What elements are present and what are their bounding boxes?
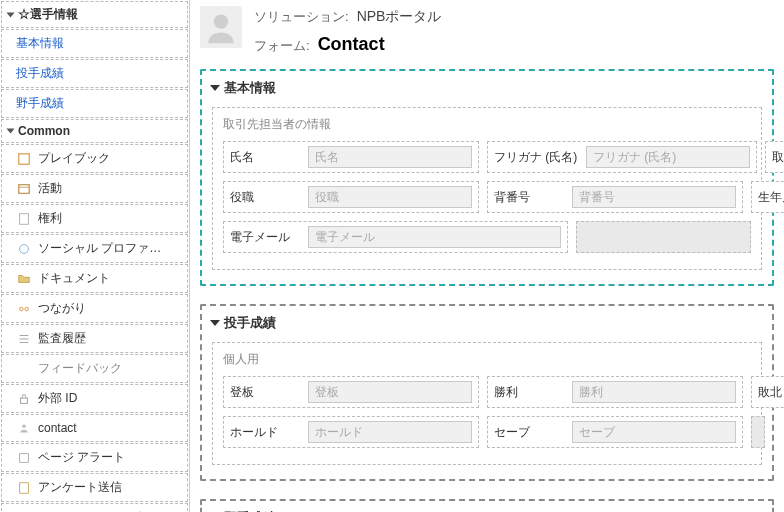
input-email[interactable]	[308, 226, 561, 248]
svg-point-11	[22, 425, 26, 429]
svg-point-5	[20, 307, 24, 311]
svg-point-17	[214, 14, 228, 28]
field-holds: ホールド	[223, 416, 479, 448]
alert-icon	[16, 450, 32, 466]
svg-rect-12	[20, 453, 29, 462]
field-number: 背番号	[487, 181, 743, 213]
activity-icon	[16, 181, 32, 197]
lock-icon	[16, 391, 32, 407]
sidebar-item-page-alert[interactable]: ページ アラート	[1, 443, 188, 472]
section-header[interactable]: 投手成績	[212, 314, 762, 332]
input-holds[interactable]	[308, 421, 472, 443]
sidebar-item-external-id[interactable]: 外部 ID	[1, 384, 188, 413]
sidebar-item-basic[interactable]: 基本情報	[1, 29, 188, 58]
sidebar-item-web-file-log[interactable]: Web ファイル ログ	[1, 503, 188, 512]
document-icon	[16, 211, 32, 227]
svg-rect-10	[21, 398, 28, 403]
chevron-down-icon	[210, 320, 220, 326]
field-blank	[576, 221, 751, 253]
sidebar: ☆選手情報 基本情報 投手成績 野手成績 Common プレイブック 活動 権利…	[0, 0, 190, 512]
person-icon	[203, 9, 239, 45]
sub-box-contact: 取引先担当者の情報 氏名 フリガナ (氏名) 取引先企業名 役職 背番号 生年月…	[212, 107, 762, 270]
sidebar-item-batting[interactable]: 野手成績	[1, 89, 188, 118]
group-label: Common	[18, 124, 70, 138]
svg-point-6	[25, 307, 29, 311]
sidebar-item-survey[interactable]: アンケート送信	[1, 473, 188, 502]
field-email: 電子メール	[223, 221, 568, 253]
group-common[interactable]: Common	[1, 119, 188, 143]
field-blank	[751, 416, 765, 448]
form-label: フォーム:	[254, 37, 310, 55]
svg-rect-3	[20, 213, 29, 224]
feedback-icon	[16, 361, 32, 377]
chevron-down-icon	[7, 12, 15, 17]
input-number[interactable]	[572, 186, 736, 208]
social-icon	[16, 241, 32, 257]
section-basic-info[interactable]: 基本情報 取引先担当者の情報 氏名 フリガナ (氏名) 取引先企業名 役職 背番…	[200, 69, 774, 286]
field-name: 氏名	[223, 141, 479, 173]
input-wins[interactable]	[572, 381, 736, 403]
chevron-down-icon	[7, 129, 15, 134]
sidebar-item-activity[interactable]: 活動	[1, 174, 188, 203]
group-player-info[interactable]: ☆選手情報	[1, 1, 188, 28]
link-icon	[16, 301, 32, 317]
form-header: ソリューション: NPBポータル フォーム: Contact	[200, 0, 774, 69]
contact-icon	[16, 420, 32, 436]
field-wins: 勝利	[487, 376, 743, 408]
sub-box-title: 取引先担当者の情報	[223, 116, 751, 133]
input-saves[interactable]	[572, 421, 736, 443]
sub-box-title: 個人用	[223, 351, 751, 368]
input-role[interactable]	[308, 186, 472, 208]
field-furigana: フリガナ (氏名)	[487, 141, 757, 173]
section-pitching[interactable]: 投手成績 個人用 登板 勝利 敗北 ホールド セーブ	[200, 304, 774, 481]
sidebar-item-audit[interactable]: 監査履歴	[1, 324, 188, 353]
svg-point-4	[20, 244, 29, 253]
sidebar-item-connections[interactable]: つながり	[1, 294, 188, 323]
field-company: 取引先企業名	[765, 141, 784, 173]
sub-box-personal: 個人用 登板 勝利 敗北 ホールド セーブ	[212, 342, 762, 465]
form-value: Contact	[318, 34, 385, 55]
playbook-icon	[16, 151, 32, 167]
sidebar-item-documents[interactable]: ドキュメント	[1, 264, 188, 293]
input-games[interactable]	[308, 381, 472, 403]
chevron-down-icon	[210, 85, 220, 91]
folder-icon	[16, 271, 32, 287]
sidebar-item-pitching[interactable]: 投手成績	[1, 59, 188, 88]
field-games: 登板	[223, 376, 479, 408]
survey-icon	[16, 480, 32, 496]
input-furigana[interactable]	[586, 146, 750, 168]
svg-rect-13	[20, 482, 29, 493]
group-label: ☆選手情報	[18, 6, 78, 23]
input-name[interactable]	[308, 146, 472, 168]
solution-label: ソリューション:	[254, 8, 349, 26]
field-birth: 生年月日	[751, 181, 784, 213]
svg-rect-1	[19, 184, 30, 193]
field-saves: セーブ	[487, 416, 743, 448]
sidebar-item-social[interactable]: ソーシャル プロファ…	[1, 234, 188, 263]
main-content: ソリューション: NPBポータル フォーム: Contact 基本情報 取引先担…	[190, 0, 784, 512]
field-role: 役職	[223, 181, 479, 213]
list-icon	[16, 331, 32, 347]
sidebar-item-rights[interactable]: 権利	[1, 204, 188, 233]
sidebar-item-playbook[interactable]: プレイブック	[1, 144, 188, 173]
section-batting[interactable]: 野手成績	[200, 499, 774, 512]
sidebar-item-contact[interactable]: contact	[1, 414, 188, 442]
sidebar-item-feedback[interactable]: フィードバック	[1, 354, 188, 383]
field-losses: 敗北	[751, 376, 784, 408]
svg-rect-0	[19, 153, 30, 164]
section-header[interactable]: 基本情報	[212, 79, 762, 97]
solution-value: NPBポータル	[357, 8, 442, 26]
avatar	[200, 6, 242, 48]
